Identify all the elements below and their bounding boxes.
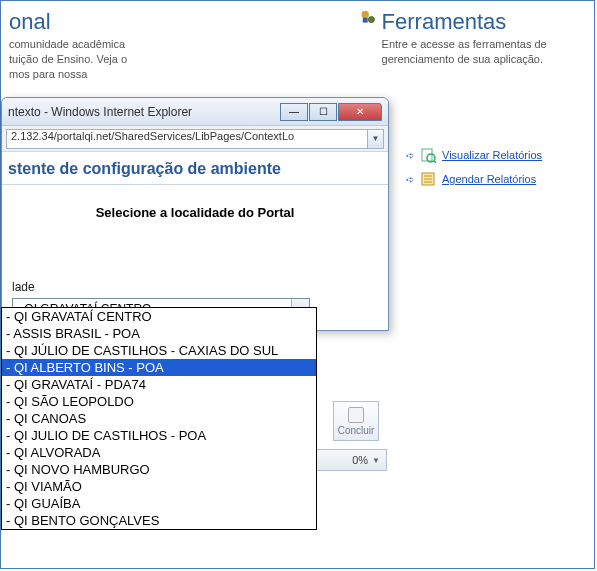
svg-line-5 [434,161,436,163]
svg-point-2 [368,16,374,22]
locality-label: lade [12,280,378,294]
dropdown-option[interactable]: - QI VIAMÃO [2,478,316,495]
address-bar: 2.132.34/portalqi.net/SharedServices/Lib… [2,126,388,152]
tool-link-visualize[interactable]: ➪ Visualizar Relatórios [406,147,542,163]
chevron-down-icon[interactable]: ▼ [372,456,380,465]
wizard-title: stente de configuração de ambiente [8,160,382,178]
svg-rect-1 [363,18,368,23]
dropdown-option[interactable]: - QI ALBERTO BINS - POA [2,359,316,376]
dropdown-option[interactable]: - QI NOVO HAMBURGO [2,461,316,478]
dropdown-option[interactable]: - QI JULIO DE CASTILHOS - POA [2,427,316,444]
zoom-value: 0% [352,454,368,466]
bg-left-title: onal [9,9,343,35]
window-titlebar[interactable]: ntexto - Windows Internet Explorer — ☐ ✕ [2,98,388,126]
background-content: onal comunidade acadêmica tuição de Ensi… [1,9,594,82]
schedule-icon [420,171,436,187]
url-dropdown-icon[interactable]: ▼ [368,129,384,149]
dropdown-option[interactable]: - ASSIS BRASIL - POA [2,325,316,342]
window-title: ntexto - Windows Internet Explorer [8,105,279,119]
dropdown-option[interactable]: - QI JÚLIO DE CASTILHOS - CAXIAS DO SUL [2,342,316,359]
locality-dropdown-list[interactable]: - QI GRAVATAÍ CENTRO- ASSIS BRASIL - POA… [1,307,317,530]
dropdown-option[interactable]: - QI GRAVATAÍ - PDA74 [2,376,316,393]
report-icon [420,147,436,163]
dropdown-option[interactable]: - QI SÃO LEOPOLDO [2,393,316,410]
svg-point-0 [361,11,368,18]
tools-section-icon [359,9,378,35]
tool-links: ➪ Visualizar Relatórios ➪ Agendar Relató… [406,147,542,195]
close-button[interactable]: ✕ [338,103,382,121]
dropdown-option[interactable]: - QI GUAÍBA [2,495,316,512]
arrow-icon: ➪ [406,174,414,185]
bg-left-desc: comunidade acadêmica tuição de Ensino. V… [9,37,343,82]
tool-link-schedule[interactable]: ➪ Agendar Relatórios [406,171,542,187]
finish-icon [348,407,364,423]
instruction-text: Selecione a localidade do Portal [12,205,378,220]
minimize-button[interactable]: — [280,103,308,121]
bg-right-title: Ferramentas [382,9,586,35]
dropdown-option[interactable]: - QI ALVORADA [2,444,316,461]
maximize-button[interactable]: ☐ [309,103,337,121]
visualize-reports-link[interactable]: Visualizar Relatórios [442,149,542,161]
dropdown-option[interactable]: - QI GRAVATAÍ CENTRO [2,308,316,325]
popup-header: stente de configuração de ambiente [2,152,388,185]
finish-button[interactable]: Concluir [333,401,379,441]
dropdown-option[interactable]: - QI BENTO GONÇALVES [2,512,316,529]
dropdown-option[interactable]: - QI CANOAS [2,410,316,427]
popup-window: ntexto - Windows Internet Explorer — ☐ ✕… [1,97,389,331]
bg-right-desc: Entre e acesse as ferramentas de gerenci… [382,37,586,67]
url-input[interactable]: 2.132.34/portalqi.net/SharedServices/Lib… [6,129,368,149]
arrow-icon: ➪ [406,150,414,161]
schedule-reports-link[interactable]: Agendar Relatórios [442,173,536,185]
